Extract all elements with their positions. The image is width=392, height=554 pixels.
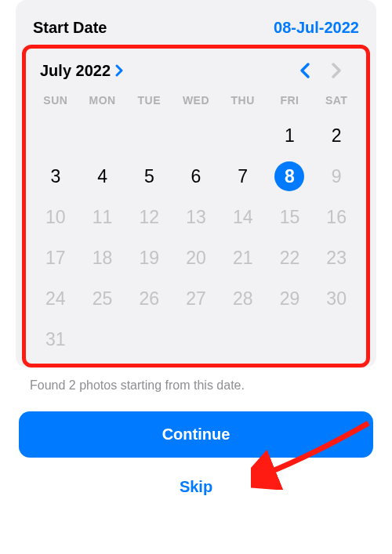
day-cell: 23 [313, 241, 360, 274]
day-cell: 25 [79, 282, 126, 315]
day-cell: 28 [220, 282, 267, 315]
day-cell: 29 [267, 282, 314, 315]
day-of-week-label: MON [79, 94, 126, 111]
calendar-header: July 2022 [32, 58, 360, 94]
header-row: Start Date 08-Jul-2022 [16, 9, 376, 45]
day-cell[interactable]: 4 [79, 160, 126, 193]
day-cell: 11 [79, 201, 126, 234]
day-cell[interactable]: 5 [125, 160, 172, 193]
start-date-value[interactable]: 08-Jul-2022 [274, 19, 359, 37]
day-cell: 13 [172, 201, 220, 234]
chevron-right-icon [331, 62, 342, 79]
day-cell: 17 [32, 241, 79, 274]
day-blank [32, 119, 79, 152]
chevron-left-icon [299, 62, 310, 79]
day-cell[interactable]: 2 [313, 119, 360, 152]
day-blank [79, 119, 126, 152]
continue-button[interactable]: Continue [19, 411, 373, 458]
day-cell[interactable]: 7 [220, 160, 267, 193]
day-cell: 27 [172, 282, 220, 315]
date-picker-card: Start Date 08-Jul-2022 July 2022 SUNMONT… [16, 0, 376, 368]
day-cell[interactable]: 8 [267, 160, 314, 193]
day-cell[interactable]: 3 [32, 160, 79, 193]
day-of-week-label: WED [172, 94, 220, 111]
day-blank [125, 119, 172, 152]
day-cell: 12 [125, 201, 172, 234]
day-cell: 18 [79, 241, 126, 274]
day-cell: 30 [313, 282, 360, 315]
status-text: Found 2 photos starting from this date. [0, 368, 392, 393]
day-cell: 21 [220, 241, 267, 274]
day-cell[interactable]: 6 [172, 160, 220, 193]
day-cell: 9 [313, 160, 360, 193]
month-picker-button[interactable]: July 2022 [40, 62, 123, 80]
day-cell: 15 [267, 201, 314, 234]
skip-button[interactable]: Skip [0, 478, 392, 496]
day-of-week-label: TUE [125, 94, 172, 111]
calendar-grid: SUNMONTUEWEDTHUFRISAT1234567891011121314… [32, 94, 360, 356]
day-cell: 19 [125, 241, 172, 274]
calendar-highlight-frame: July 2022 SUNMONTUEWEDTHUFRISAT123456789… [22, 45, 370, 368]
day-cell: 10 [32, 201, 79, 234]
start-date-label: Start Date [33, 19, 107, 37]
day-cell: 31 [32, 323, 79, 356]
chevron-right-icon [115, 64, 123, 77]
day-cell: 24 [32, 282, 79, 315]
day-cell[interactable]: 1 [267, 119, 314, 152]
day-cell: 20 [172, 241, 220, 274]
day-of-week-label: FRI [267, 94, 314, 111]
day-of-week-label: THU [220, 94, 267, 111]
day-of-week-label: SUN [32, 94, 79, 111]
prev-month-button[interactable] [289, 58, 321, 83]
day-cell: 16 [313, 201, 360, 234]
next-month-button[interactable] [321, 58, 352, 83]
day-cell: 22 [267, 241, 314, 274]
day-of-week-label: SAT [313, 94, 360, 111]
day-blank [172, 119, 220, 152]
day-cell: 14 [220, 201, 267, 234]
month-label: July 2022 [40, 62, 111, 80]
day-cell: 26 [125, 282, 172, 315]
day-blank [220, 119, 267, 152]
